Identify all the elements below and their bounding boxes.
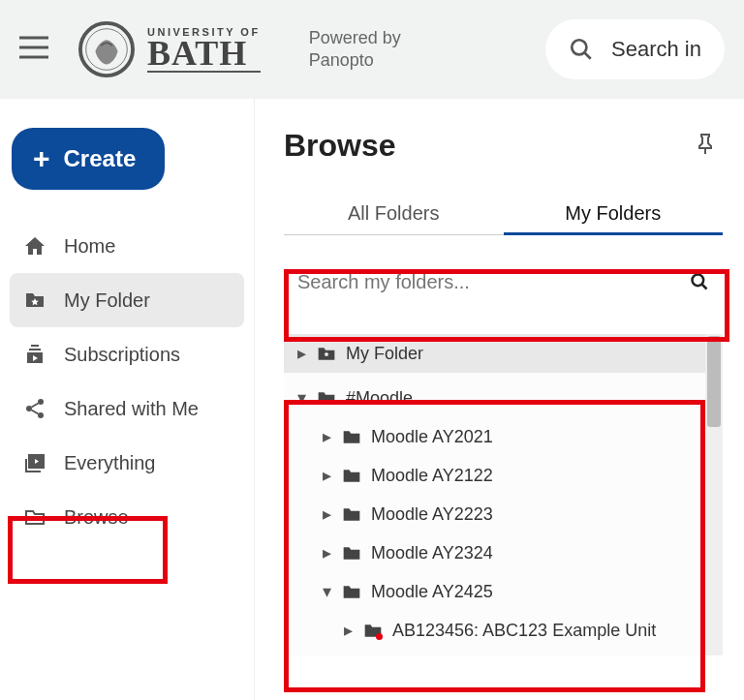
top-bar: UNIVERSITY OF BATH Powered by Panopto Se… [0,0,744,99]
caret-down-icon: ▾ [321,581,332,602]
tree-label: Moodle AY2324 [371,543,493,563]
scrollbar-thumb[interactable] [707,336,721,427]
folder-icon [363,622,383,639]
tree-label: Moodle AY2122 [371,466,493,486]
crest-icon [78,21,136,77]
badge-dot-icon [376,633,383,640]
global-search-placeholder: Search in [611,37,701,62]
nav-label: Browse [64,506,129,529]
hamburger-icon[interactable] [19,36,48,63]
svg-point-8 [38,412,44,418]
nav-home[interactable]: Home [10,219,244,273]
nav-label: Everything [64,452,156,474]
brand-bath-label: BATH [147,38,261,72]
brand-text: UNIVERSITY OF BATH [147,26,261,72]
page-title: Browse [284,128,396,164]
tree-folder[interactable]: ▸ Moodle AY2324 [284,533,723,572]
nav-label: Shared with Me [64,398,199,420]
caret-right-icon: ▸ [321,426,332,447]
nav-label: Subscriptions [64,344,180,366]
folder-tree: ▸ My Folder ▾ #Moodle ▸ [284,334,723,655]
nav-shared[interactable]: Shared with Me [10,381,244,436]
svg-point-10 [693,275,704,287]
folder-search-input[interactable] [297,271,690,293]
tree-label: AB123456: ABC123 Example Unit [392,621,656,641]
folder-icon [317,389,336,407]
nav-browse[interactable]: Browse [10,490,244,544]
home-icon [21,234,48,258]
svg-rect-4 [29,349,41,350]
nav-my-folder[interactable]: My Folder [10,273,244,327]
tree-folder[interactable]: ▸ Moodle AY2122 [284,456,723,495]
tree-label: My Folder [346,344,423,364]
folder-icon [342,467,361,484]
tab-all-folders[interactable]: All Folders [284,193,504,234]
nav-subscriptions[interactable]: Subscriptions [10,327,244,381]
tab-my-folders[interactable]: My Folders [504,193,724,234]
caret-right-icon: ▸ [321,465,332,486]
folder-tabs: All Folders My Folders [284,193,723,235]
tree-folder[interactable]: ▸ Moodle AY2223 [284,495,723,533]
folder-icon [342,428,361,445]
search-icon [569,37,594,62]
folder-icon [342,583,361,600]
brand-logo: UNIVERSITY OF BATH [78,21,261,77]
folder-icon [342,544,361,562]
tree-label: Moodle AY2021 [371,427,493,447]
folder-icon [342,505,361,523]
svg-point-6 [26,406,32,411]
caret-right-icon: ▸ [295,343,307,364]
folder-star-icon [317,345,336,362]
scrollbar-track[interactable] [705,334,723,655]
powered-by-label: Powered by Panopto [309,27,401,73]
folder-outline-icon [21,505,48,529]
create-button[interactable]: + Create [12,128,165,190]
folder-search[interactable] [284,253,723,311]
tree-folder-unit[interactable]: ▸ AB123456: ABC123 Example Unit [284,611,723,650]
create-button-label: Create [64,145,137,172]
svg-point-2 [572,40,586,54]
nav-label: Home [64,235,115,258]
tree-folder[interactable]: ▸ Moodle AY2021 [284,417,723,456]
sidebar: + Create Home My Folder Subscriptions [0,99,255,700]
folder-star-icon [21,289,48,312]
nav-label: My Folder [64,289,150,312]
tree-label: Moodle AY2425 [371,582,493,602]
caret-down-icon: ▾ [295,387,307,409]
tree-label: #Moodle [346,388,413,409]
tree-folder-moodle[interactable]: ▾ #Moodle [284,379,723,417]
caret-right-icon: ▸ [321,542,332,563]
pin-icon[interactable] [696,133,715,160]
tree-label: Moodle AY2223 [371,504,493,525]
tree-folder[interactable]: ▾ Moodle AY2425 [284,572,723,611]
caret-right-icon: ▸ [321,503,332,525]
content-area: Browse All Folders My Folders [255,99,744,700]
caret-right-icon: ▸ [342,620,354,641]
svg-rect-5 [31,345,39,347]
plus-icon: + [33,144,50,173]
nav-everything[interactable]: Everything [10,436,244,490]
subscriptions-icon [21,343,48,366]
search-icon [690,272,709,291]
global-search[interactable]: Search in [545,19,725,79]
tree-root-my-folder[interactable]: ▸ My Folder [284,334,723,373]
share-icon [21,397,48,420]
video-library-icon [21,451,48,474]
svg-point-7 [38,399,44,405]
